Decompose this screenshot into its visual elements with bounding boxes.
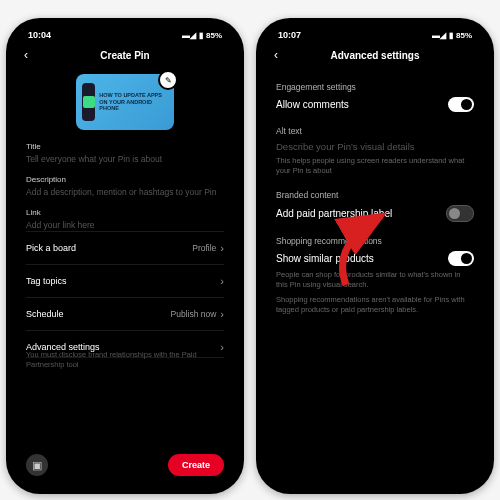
title-input[interactable]: Tell everyone what your Pin is about	[26, 154, 224, 165]
pin-image-text: How to update apps on your Android phone	[99, 92, 170, 112]
screen-create-pin: 10:04 ▬◢ ▮ 85% ‹ Create Pin How to updat…	[14, 26, 236, 486]
status-right: ▬◢ ▮ 85%	[432, 31, 472, 40]
page-title: Advanced settings	[284, 50, 466, 61]
alt-text-help: This helps people using screen readers u…	[276, 156, 474, 176]
alt-text-input[interactable]: Describe your Pin's visual details	[276, 141, 474, 152]
shopping-help-2: Shopping recommendations aren't availabl…	[276, 295, 474, 315]
alt-text-label: Alt text	[276, 126, 474, 136]
row-tag-topics[interactable]: Tag topics ›	[26, 264, 224, 297]
pin-image[interactable]: How to update apps on your Android phone…	[76, 74, 174, 130]
link-label: Link	[26, 208, 224, 217]
media-icon[interactable]: ▣	[26, 454, 48, 476]
title-label: Title	[26, 142, 224, 151]
header: ‹ Create Pin	[14, 42, 236, 68]
shopping-help-1: People can shop for products similar to …	[276, 270, 474, 290]
status-time: 10:07	[278, 30, 301, 40]
paid-partnership-toggle[interactable]	[446, 205, 474, 222]
screen-advanced-settings: 10:07 ▬◢ ▮ 85% ‹ Advanced settings Engag…	[264, 26, 486, 486]
notch	[80, 18, 170, 36]
chevron-right-icon: ›	[220, 341, 224, 353]
row-schedule-label: Schedule	[26, 309, 64, 319]
row-pick-board[interactable]: Pick a board Profile›	[26, 231, 224, 264]
create-button[interactable]: Create	[168, 454, 224, 476]
row-board-value: Profile›	[192, 242, 224, 254]
row-advanced-sub: You must disclose brand relationships wi…	[26, 350, 224, 378]
footer: ▣ Create	[14, 446, 236, 486]
page-title: Create Pin	[34, 50, 216, 61]
chevron-right-icon: ›	[220, 308, 224, 320]
shopping-label: Shopping recommendations	[276, 236, 474, 246]
row-similar-products: Show similar products	[276, 251, 474, 266]
android-icon	[83, 96, 95, 108]
notch	[330, 18, 420, 36]
back-icon[interactable]: ‹	[24, 48, 34, 62]
paid-partnership-label: Add paid partnership label	[276, 208, 392, 219]
allow-comments-toggle[interactable]	[448, 97, 474, 112]
status-right: ▬◢ ▮ 85%	[182, 31, 222, 40]
phone-right: 10:07 ▬◢ ▮ 85% ‹ Advanced settings Engag…	[256, 18, 494, 494]
engagement-label: Engagement settings	[276, 82, 474, 92]
link-input[interactable]: Add your link here	[26, 220, 224, 231]
battery-pct: 85%	[456, 31, 472, 40]
similar-products-label: Show similar products	[276, 253, 374, 264]
row-paid-partnership: Add paid partnership label	[276, 205, 474, 222]
battery-icon: ▮	[199, 31, 203, 40]
branded-label: Branded content	[276, 190, 474, 200]
battery-icon: ▮	[449, 31, 453, 40]
edit-icon[interactable]: ✎	[158, 70, 178, 90]
pin-image-phone-icon	[82, 83, 95, 121]
similar-products-toggle[interactable]	[448, 251, 474, 266]
signal-icon: ▬◢	[182, 31, 196, 40]
chevron-right-icon: ›	[220, 275, 224, 287]
row-board-label: Pick a board	[26, 243, 76, 253]
chevron-right-icon: ›	[220, 242, 224, 254]
row-schedule[interactable]: Schedule Publish now›	[26, 297, 224, 330]
signal-icon: ▬◢	[432, 31, 446, 40]
description-label: Description	[26, 175, 224, 184]
status-time: 10:04	[28, 30, 51, 40]
allow-comments-label: Allow comments	[276, 99, 349, 110]
content: Engagement settings Allow comments Alt t…	[264, 68, 486, 468]
description-input[interactable]: Add a description, mention or hashtags t…	[26, 187, 224, 198]
row-schedule-value: Publish now›	[170, 308, 224, 320]
pin-image-wrap: How to update apps on your Android phone…	[26, 74, 224, 130]
battery-pct: 85%	[206, 31, 222, 40]
row-tags-label: Tag topics	[26, 276, 67, 286]
header: ‹ Advanced settings	[264, 42, 486, 68]
back-icon[interactable]: ‹	[274, 48, 284, 62]
phone-left: 10:04 ▬◢ ▮ 85% ‹ Create Pin How to updat…	[6, 18, 244, 494]
content: How to update apps on your Android phone…	[14, 68, 236, 468]
row-allow-comments: Allow comments	[276, 97, 474, 112]
